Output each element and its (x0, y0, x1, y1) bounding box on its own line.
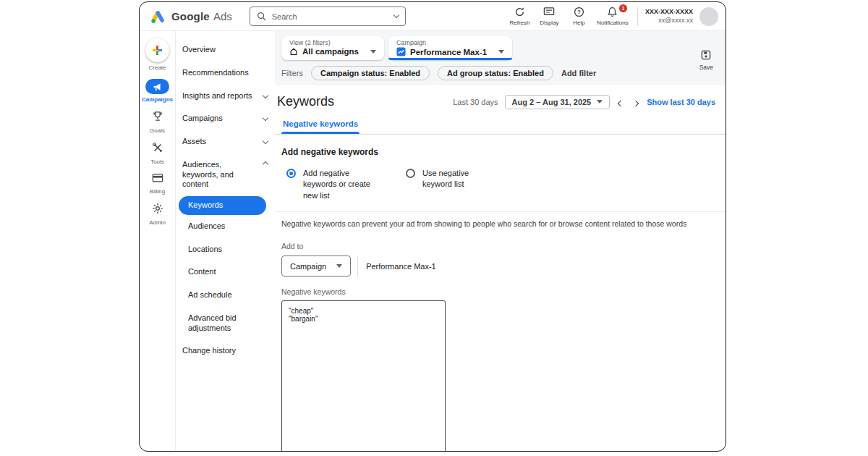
rail-item-create[interactable]: Create (140, 38, 175, 71)
chevron-right-icon (633, 100, 639, 106)
search-placeholder: Search (272, 12, 388, 21)
show-last-30-days-link[interactable]: Show last 30 days (647, 98, 715, 106)
google-ads-window: Google Ads Search Refresh (139, 1, 726, 452)
nav-item-content[interactable]: Content (176, 261, 275, 284)
nav-label: Overview (182, 45, 216, 55)
rail-item-admin[interactable]: Admin (140, 203, 175, 226)
scope-row: Campaign Performance Max-1 (281, 256, 726, 276)
date-range-area: Last 30 days Aug 2 – Aug 31, 2025 Show l… (453, 95, 715, 109)
radio-add-negative-keywords[interactable]: Add negative keywords or create new list (286, 168, 384, 201)
nav-item-overview[interactable]: Overview (176, 38, 275, 62)
campaign-selector[interactable]: Campaign Performance Max-1 (388, 36, 512, 60)
radio-selected-icon[interactable] (286, 169, 296, 178)
view-selector[interactable]: View (2 filters) All campaigns (281, 36, 384, 60)
nav-label: Audiences, keywords, and content (182, 160, 259, 190)
tab-negative-keywords[interactable]: Negative keywords (281, 115, 359, 134)
scope-selectors: View (2 filters) All campaigns Campaign (281, 36, 714, 60)
goals-trophy-icon (152, 111, 163, 122)
negative-keywords-textarea[interactable]: "cheap" "bargain" (281, 300, 446, 452)
nav-label: Advanced bid adjustments (188, 313, 268, 334)
view-selector-value: All campaigns (302, 47, 359, 56)
negative-keywords-hint: Negative keywords can prevent your ad fr… (281, 219, 726, 228)
nav-label: Assets (182, 137, 206, 147)
nav-item-advanced-bid-adjustments[interactable]: Advanced bid adjustments (176, 307, 275, 340)
nav-item-campaigns[interactable]: Campaigns (176, 107, 275, 130)
google-ads-logo[interactable]: Google Ads (150, 9, 232, 24)
nav-item-insights-and-reports[interactable]: Insights and reports (176, 85, 275, 108)
view-selector-label: View (2 filters) (289, 39, 376, 46)
negative-keywords-form: Add negative keywords Add negative keywo… (275, 135, 726, 452)
display-icon (543, 7, 555, 17)
tools-icon (152, 142, 163, 153)
rail-item-goals[interactable]: Goals (140, 111, 175, 134)
megaphone-icon (153, 83, 162, 91)
next-period-button[interactable] (631, 96, 640, 109)
nav-item-audiences[interactable]: Audiences (176, 215, 275, 238)
refresh-label: Refresh (505, 20, 535, 26)
rail-item-campaigns[interactable]: Campaigns (140, 79, 175, 103)
dropdown-caret-icon (336, 264, 342, 268)
context-strip: View (2 filters) All campaigns Campaign (275, 31, 726, 85)
nav-label: Campaigns (182, 114, 223, 124)
account-separator (637, 7, 638, 26)
create-plus-icon (152, 45, 163, 56)
nav-label: Audiences (188, 221, 225, 232)
refresh-icon (514, 7, 525, 17)
scope-target-name: Performance Max-1 (366, 262, 436, 271)
help-icon: ? (574, 7, 584, 17)
rail-label-tools: Tools (140, 159, 175, 165)
save-label: Save (699, 64, 713, 71)
rail-label-admin: Admin (140, 219, 175, 226)
previous-period-button[interactable] (616, 96, 625, 109)
nav-item-keywords-active[interactable]: Keywords (179, 196, 266, 215)
dropdown-caret-icon (370, 50, 376, 54)
date-range-selector[interactable]: Aug 2 – Aug 31, 2025 (505, 95, 610, 109)
nav-item-locations[interactable]: Locations (176, 238, 275, 261)
display-button[interactable]: Display (535, 7, 564, 26)
rail-item-tools[interactable]: Tools (140, 142, 175, 165)
refresh-button[interactable]: Refresh (505, 7, 535, 26)
add-filter-button[interactable]: Add filter (561, 69, 596, 77)
navigation-rail: Create Campaigns Goals (140, 31, 176, 451)
save-button[interactable]: Save (699, 50, 713, 71)
create-button[interactable] (145, 38, 169, 62)
filters-label: Filters (281, 69, 303, 77)
logo-text-google: Google (171, 10, 210, 22)
filter-chip-ad-group-status[interactable]: Ad group status: Enabled (438, 66, 553, 80)
nav-item-assets[interactable]: Assets (176, 130, 275, 153)
radio-use-negative-keyword-list[interactable]: Use negative keyword list (406, 168, 498, 201)
page-title: Keywords (277, 94, 334, 109)
top-app-bar: Google Ads Search Refresh (140, 2, 726, 31)
avatar[interactable] (699, 7, 718, 26)
filter-chip-campaign-status[interactable]: Campaign status: Enabled (311, 66, 430, 80)
search-icon (257, 12, 266, 21)
search-input[interactable]: Search (250, 7, 406, 26)
notifications-button[interactable]: 1 Notifications (594, 7, 631, 26)
nav-item-change-history[interactable]: Change history (176, 339, 275, 363)
radio-unselected-icon[interactable] (406, 169, 415, 178)
admin-gear-icon (152, 203, 163, 214)
display-label: Display (535, 20, 564, 26)
svg-text:?: ? (577, 9, 581, 15)
campaigns-pill[interactable] (145, 79, 169, 94)
page-header: Keywords Last 30 days Aug 2 – Aug 31, 20… (275, 85, 726, 112)
rail-label-billing: Billing (140, 188, 175, 195)
nav-label: Change history (182, 346, 236, 356)
date-range-value: Aug 2 – Aug 31, 2025 (512, 98, 592, 106)
rail-label-create: Create (140, 64, 175, 71)
chevron-down-icon (393, 12, 399, 18)
vertical-divider (357, 256, 358, 276)
nav-item-recommendations[interactable]: Recommendations (176, 62, 275, 85)
form-heading: Add negative keywords (281, 147, 726, 157)
logo-text-ads: Ads (213, 10, 232, 22)
nav-item-ad-schedule[interactable]: Ad schedule (176, 284, 275, 307)
rail-item-billing[interactable]: Billing (140, 173, 175, 195)
radio-add-label: Add negative keywords or create new list (303, 168, 384, 201)
textarea-label: Negative keywords (281, 287, 726, 296)
nav-item-audiences-keywords-content[interactable]: Audiences, keywords, and content (176, 153, 275, 196)
notification-badge: 1 (619, 4, 627, 12)
account-info[interactable]: XXX-XXX-XXXX xx@xxxx.xx (645, 8, 693, 25)
account-email: xx@xxxx.xx (645, 17, 693, 25)
help-button[interactable]: ? Help (564, 7, 594, 26)
scope-level-select[interactable]: Campaign (281, 256, 351, 276)
